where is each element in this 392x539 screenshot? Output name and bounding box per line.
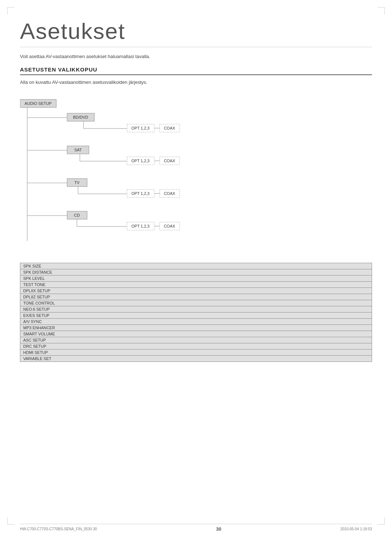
corner-mark-br [377,517,385,524]
menu-list: SPK SIZESPK DISTANCESPK LEVELTEST TONEDP… [20,263,372,362]
footer: HW-C700-C770S-C770BS-SENA_FIN_0530 30 30… [20,524,372,532]
menu-item: TONE CONTROL [20,300,372,306]
menu-item: ASC SETUP [20,337,372,343]
corner-mark-bl [7,517,15,524]
menu-item: DRC SETUP [20,343,372,350]
svg-text:COAX: COAX [164,159,175,163]
svg-text:COAX: COAX [164,224,175,228]
svg-text:CD: CD [74,213,80,217]
menu-item: SPK DISTANCE [20,269,372,275]
page-number: 30 [216,526,221,532]
svg-text:OPT 1,2,3: OPT 1,2,3 [131,159,150,163]
menu-item: DPLIIX SETUP [20,287,372,294]
svg-text:COAX: COAX [164,126,175,130]
menu-item: A/V SYNC [20,318,372,325]
menu-list-container: SPK SIZESPK DISTANCESPK LEVELTEST TONEDP… [20,263,372,362]
menu-item: VARIABLE SET [20,355,372,362]
svg-text:AUDIO SETUP: AUDIO SETUP [25,101,52,106]
section-heading: ASETUSTEN VALIKKOPUU [20,66,372,75]
page-title: Asetukset [20,18,372,47]
svg-text:OPT 1,2,3: OPT 1,2,3 [131,224,150,228]
svg-text:COAX: COAX [164,191,175,196]
menu-item: DPLIIZ SETUP [20,294,372,300]
svg-text:TV: TV [74,180,80,185]
main-content: Asetukset Voit asettaa AV-vastaanottimen… [20,18,372,362]
corner-mark-tr [377,7,385,15]
page-container: Asetukset Voit asettaa AV-vastaanottimen… [0,0,392,539]
menu-item: SPK SIZE [20,263,372,269]
tree-svg: AUDIO SETUP BD/DVD OPT 1,2,3 COAX [20,96,274,252]
menu-item: MP3 ENHANCER [20,324,372,331]
menu-item: SMART VOLUME [20,331,372,337]
svg-text:BD/DVD: BD/DVD [73,115,88,119]
footer-right: 2010-05-04 1:18:53 [340,527,372,531]
section-desc: Alla on kuvattu AV-vastaanottimen asetus… [20,79,372,85]
svg-text:OPT 1,2,3: OPT 1,2,3 [131,126,150,130]
menu-item: HDMI SETUP [20,349,372,356]
svg-text:OPT 1,2,3: OPT 1,2,3 [131,191,150,196]
footer-left: HW-C700-C770S-C770BS-SENA_FIN_0530 30 [20,527,97,531]
menu-item: NEO:6 SETUP [20,306,372,313]
corner-mark-tl [7,7,15,15]
tree-diagram: AUDIO SETUP BD/DVD OPT 1,2,3 COAX [20,96,372,252]
menu-item: SPK LEVEL [20,275,372,282]
menu-item: EX/ES SETUP [20,312,372,319]
subtitle-text: Voit asettaa AV-vastaanottimen asetukset… [20,54,372,59]
svg-text:SAT: SAT [74,148,82,152]
menu-item: TEST TONE [20,281,372,288]
